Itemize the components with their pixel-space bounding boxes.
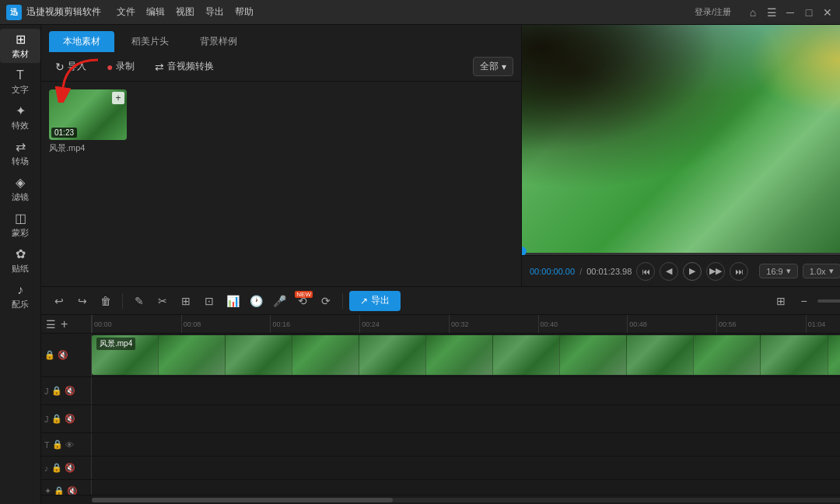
effects-vol-icon[interactable]: 🔇	[67, 486, 78, 495]
audio1-lock-icon[interactable]: 🔒	[51, 386, 62, 396]
timeline-right-tools: ⊞ − +	[771, 291, 840, 311]
sidebar-item-sticker[interactable]: ✿ 贴纸	[0, 243, 40, 278]
music-track-content[interactable]	[92, 457, 840, 479]
audio2-lock-icon[interactable]: 🔒	[51, 414, 62, 424]
sidebar-label-sticker: 贴纸	[12, 263, 29, 275]
edit-tool-9[interactable]: ⟳	[316, 291, 336, 311]
music-vol-icon[interactable]: 🔇	[65, 463, 75, 473]
menu-help[interactable]: 帮助	[235, 5, 254, 19]
frame-8	[560, 335, 627, 375]
audio1-mute-icon[interactable]: 🔇	[65, 386, 75, 396]
music-lock-icon[interactable]: 🔒	[51, 463, 62, 473]
user-login[interactable]: 登录/注册	[695, 6, 731, 18]
ruler-mark-8: 01:04	[806, 315, 840, 333]
sidebar: ⊞ 素材 T 文字 ✦ 特效 ⇄ 转场 ◈ 滤镜 ◫ 蒙彩 ✿ 贴纸 ♪ 配乐	[0, 25, 41, 504]
menu-edit[interactable]: 编辑	[146, 5, 165, 19]
mosaic-icon: ◫	[15, 211, 26, 226]
ruler-mark-7: 00:56	[716, 315, 806, 333]
edit-tool-6[interactable]: 🕐	[246, 291, 266, 311]
home-icon[interactable]: ⌂	[747, 6, 759, 19]
audio2-mute-icon[interactable]: 🔇	[65, 414, 75, 424]
edit-tool-3[interactable]: ⊞	[176, 291, 196, 311]
timeline-scroll-track[interactable]	[92, 498, 840, 502]
close-button[interactable]: ✕	[821, 6, 834, 19]
text-eye-icon[interactable]: 👁	[65, 440, 74, 450]
preview-video	[522, 25, 840, 255]
bottom-section: ↩ ↪ 🗑 ✎ ✂ ⊞ ⊡ 📊 🕐 🎤 ⟲ NEW ⟳ ↗ 导	[41, 286, 840, 504]
next-frame-button[interactable]: ⏭	[730, 262, 748, 281]
audio1-track-content[interactable]	[92, 377, 840, 404]
effects-icon: ✦	[16, 103, 26, 118]
convert-button[interactable]: ⇄ 音视频转换	[149, 57, 220, 76]
export-button[interactable]: ↗ 导出	[349, 291, 401, 311]
delete-button[interactable]: 🗑	[96, 291, 116, 311]
sidebar-item-material[interactable]: ⊞ 素材	[0, 29, 40, 63]
sidebar-item-music[interactable]: ♪ 配乐	[0, 279, 40, 313]
snapshot-button[interactable]: ⊞	[771, 291, 791, 311]
video-track-content[interactable]: 风景.mp4	[92, 334, 840, 376]
sidebar-item-mosaic[interactable]: ◫ 蒙彩	[0, 208, 40, 242]
preview-area: 00:00:00.00 / 00:01:23.98 ⏮ ◀ ▶ ▶▶ ⏭ 16:…	[522, 25, 840, 286]
sidebar-item-effects[interactable]: ✦ 特效	[0, 100, 40, 135]
edit-tool-8[interactable]: ⟲ NEW	[292, 291, 313, 311]
import-button[interactable]: ↻ 导入	[49, 57, 93, 76]
video-clip[interactable]: 风景.mp4	[92, 335, 840, 375]
video-frames	[92, 335, 840, 375]
tab-beauty[interactable]: 稻美片头	[117, 31, 183, 52]
rewind-button[interactable]: ◀	[660, 262, 678, 281]
edit-tool-7[interactable]: 🎤	[269, 291, 289, 311]
filter-dropdown[interactable]: 全部 ▾	[473, 57, 513, 76]
media-item[interactable]: 01:23 + 风景.mp4	[49, 89, 127, 154]
zoom-select[interactable]: 1.0x ▾	[803, 264, 840, 278]
tab-background[interactable]: 背景样例	[186, 31, 251, 52]
sidebar-item-filter[interactable]: ◈ 滤镜	[0, 172, 40, 206]
system-menu-icon[interactable]: ☰	[765, 6, 778, 19]
menu-view[interactable]: 视图	[176, 5, 194, 19]
music-icon: ♪	[17, 283, 23, 297]
audio1-num-icon: J	[44, 387, 49, 396]
text-track-content[interactable]	[92, 433, 840, 456]
edit-tool-1[interactable]: ✎	[129, 291, 149, 311]
edit-tool-2[interactable]: ✂	[152, 291, 173, 311]
ruler-mark-3: 00:24	[359, 315, 449, 333]
minimize-button[interactable]: ─	[784, 6, 796, 19]
menu-file[interactable]: 文件	[117, 5, 135, 19]
aspect-ratio-select[interactable]: 16:9 ▾	[759, 264, 797, 278]
prev-frame-button[interactable]: ⏮	[636, 262, 655, 281]
preview-frame	[522, 25, 840, 255]
audio2-track-content[interactable]	[92, 405, 840, 432]
add-track-icon[interactable]: ☰	[46, 318, 56, 331]
add-track-button[interactable]: +	[61, 317, 68, 331]
track-lock-icon[interactable]: 🔒	[44, 350, 55, 360]
zoom-out-button[interactable]: −	[794, 291, 814, 311]
record-button[interactable]: ● 录制	[100, 57, 141, 76]
redo-button[interactable]: ↪	[72, 291, 93, 311]
ruler-mark-1: 00:08	[181, 315, 271, 333]
music-track-row: ♪ 🔒 🔇	[41, 457, 840, 480]
sidebar-item-transition[interactable]: ⇄ 转场	[0, 136, 40, 170]
media-thumbnail[interactable]: 01:23 +	[49, 89, 127, 140]
content-area: 本地素材 稻美片头 背景样例 ↻ 导入 ● 录制 ⇄	[41, 25, 522, 286]
edit-tool-4[interactable]: ⊡	[199, 291, 219, 311]
dropdown-arrow-icon: ▾	[502, 61, 506, 72]
timeline-scroll-thumb[interactable]	[92, 498, 393, 502]
tab-local[interactable]: 本地素材	[49, 31, 114, 52]
zoom-slider[interactable]	[817, 299, 840, 303]
menu-export[interactable]: 导出	[205, 5, 224, 19]
titlebar: 迅 迅捷视频剪辑软件 文件 编辑 视图 导出 帮助 登录/注册 ⌂ ☰ ─ □ …	[0, 0, 840, 25]
maximize-button[interactable]: □	[803, 6, 815, 19]
text-track-icon: T	[44, 440, 50, 450]
forward-button[interactable]: ▶▶	[706, 262, 725, 281]
undo-button[interactable]: ↩	[49, 291, 69, 311]
text-lock-icon[interactable]: 🔒	[52, 439, 63, 450]
effects-track-content[interactable]	[92, 480, 840, 495]
add-to-timeline-button[interactable]: +	[112, 92, 124, 104]
edit-tool-5[interactable]: 📊	[222, 291, 243, 311]
video-track-row: 🔒 🔇 风景.mp4	[41, 334, 840, 377]
play-button[interactable]: ▶	[683, 262, 702, 281]
timeline-ruler: ☰ + 00:00 00:08 00:16 00:24 00:32 00:40 …	[41, 315, 840, 334]
track-mute-icon[interactable]: 🔇	[58, 350, 68, 360]
sidebar-item-text[interactable]: T 文字	[0, 65, 40, 99]
effects-lock-icon[interactable]: 🔒	[54, 486, 65, 495]
effects-track-icon: ✦	[44, 486, 51, 495]
